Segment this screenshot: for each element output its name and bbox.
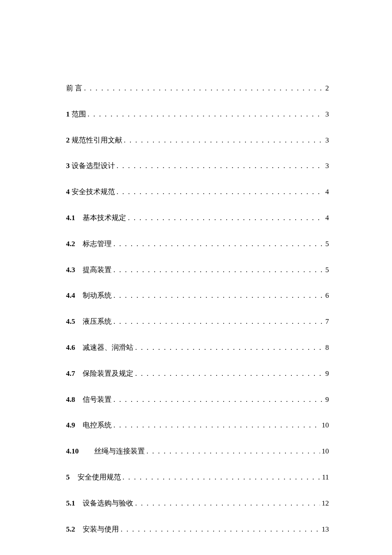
toc-entry: 4.8信号装置9 <box>66 395 329 405</box>
toc-leader-dots <box>121 524 320 535</box>
toc-entry: 1范围3 <box>66 109 329 119</box>
toc-number: 1 <box>66 110 70 118</box>
toc-title: 制动系统 <box>83 291 112 299</box>
toc-label: 4.1基本技术规定 <box>66 213 126 223</box>
toc-leader-dots <box>113 291 323 301</box>
toc-title: 电控系统 <box>83 421 112 429</box>
toc-label: 4.8信号装置 <box>66 395 112 405</box>
toc-page-number: 4 <box>326 213 329 223</box>
toc-leader-dots <box>113 420 320 430</box>
toc-page-number: 3 <box>326 135 329 145</box>
toc-leader-dots <box>84 83 323 93</box>
toc-label: 5.1设备选购与验收 <box>66 498 133 509</box>
toc-page-number: 3 <box>326 161 329 171</box>
toc-entry: 4.6减速器、润滑站8 <box>66 343 329 353</box>
toc-label: 5.2安装与使用 <box>66 524 119 535</box>
toc-leader-dots <box>124 135 324 145</box>
toc-leader-dots <box>135 369 323 379</box>
toc-entry: 5安全使用规范11 <box>66 472 329 482</box>
table-of-contents: 前 言21范围32规范性引用文献33设备选型设计34安全技术规范44.1基本技术… <box>66 83 329 550</box>
toc-page-number: 5 <box>326 265 329 275</box>
toc-number: 5.1 <box>66 499 75 507</box>
toc-title: 规范性引用文献 <box>72 136 122 144</box>
toc-page-number: 5 <box>326 239 329 249</box>
toc-title: 安全技术规范 <box>72 188 115 196</box>
toc-title: 设备选型设计 <box>72 162 115 170</box>
toc-label: 4.6减速器、润滑站 <box>66 343 133 353</box>
toc-number: 4.2 <box>66 240 75 248</box>
toc-label: 4.5液压系统 <box>66 317 112 327</box>
toc-number: 4.9 <box>66 421 75 429</box>
toc-leader-dots <box>117 161 324 171</box>
toc-title: 保险装置及规定 <box>83 369 133 378</box>
toc-title: 设备选购与验收 <box>83 499 133 507</box>
toc-label: 前 言 <box>66 83 82 93</box>
toc-title: 前 言 <box>66 84 82 92</box>
toc-page-number: 10 <box>322 420 329 430</box>
toc-title: 基本技术规定 <box>83 214 126 222</box>
toc-page-number: 11 <box>322 472 329 482</box>
toc-entry: 4.3提高装置5 <box>66 265 329 275</box>
toc-entry: 4.4制动系统6 <box>66 291 329 301</box>
toc-leader-dots <box>117 187 324 197</box>
toc-page-number: 2 <box>326 83 329 93</box>
toc-number: 4.1 <box>66 214 75 222</box>
toc-leader-dots <box>113 239 323 249</box>
toc-title: 提高装置 <box>83 266 112 274</box>
toc-leader-dots <box>128 213 323 223</box>
toc-leader-dots <box>135 498 320 509</box>
toc-entry: 4.5液压系统7 <box>66 317 329 327</box>
toc-entry: 5.1设备选购与验收12 <box>66 498 329 509</box>
toc-title: 丝绳与连接装置 <box>94 447 145 455</box>
toc-entry: 前 言2 <box>66 83 329 93</box>
toc-number: 4.6 <box>66 343 75 352</box>
toc-leader-dots <box>123 472 320 482</box>
toc-title: 标志管理 <box>83 240 112 248</box>
toc-entry: 4.9电控系统10 <box>66 420 329 430</box>
toc-number: 2 <box>66 136 70 144</box>
toc-label: 4安全技术规范 <box>66 187 115 197</box>
toc-page-number: 4 <box>326 187 329 197</box>
toc-label: 4.9电控系统 <box>66 420 112 430</box>
toc-title: 减速器、润滑站 <box>83 343 133 352</box>
toc-entry: 4.7保险装置及规定9 <box>66 369 329 379</box>
toc-entry: 2规范性引用文献3 <box>66 135 329 145</box>
toc-title: 安全使用规范 <box>78 473 121 481</box>
toc-number: 4.4 <box>66 291 75 299</box>
toc-number: 5.2 <box>66 525 75 533</box>
toc-page-number: 8 <box>326 343 329 353</box>
toc-number: 4.10 <box>66 447 79 455</box>
toc-number: 4.8 <box>66 395 75 404</box>
toc-label: 4.7保险装置及规定 <box>66 369 133 379</box>
toc-entry: 4.10丝绳与连接装置10 <box>66 446 329 456</box>
toc-title: 液压系统 <box>83 317 112 325</box>
toc-leader-dots <box>113 395 323 405</box>
toc-number: 3 <box>66 162 70 170</box>
toc-entry: 4安全技术规范4 <box>66 187 329 197</box>
toc-number: 4.3 <box>66 266 75 274</box>
toc-leader-dots <box>135 343 323 353</box>
toc-entry: 3设备选型设计3 <box>66 161 329 171</box>
toc-page-number: 9 <box>326 395 329 405</box>
toc-title: 范围 <box>72 110 86 118</box>
toc-number: 4 <box>66 188 70 196</box>
toc-title: 安装与使用 <box>83 525 119 533</box>
toc-entry: 4.2标志管理5 <box>66 239 329 249</box>
toc-label: 4.4制动系统 <box>66 291 112 301</box>
toc-page-number: 6 <box>326 291 329 301</box>
toc-page-number: 3 <box>326 109 329 119</box>
toc-page-number: 12 <box>322 498 329 509</box>
toc-leader-dots <box>113 317 323 327</box>
toc-page-number: 7 <box>326 317 329 327</box>
toc-label: 4.3提高装置 <box>66 265 112 275</box>
toc-label: 4.10丝绳与连接装置 <box>66 446 145 456</box>
toc-number: 4.5 <box>66 317 75 325</box>
toc-page-number: 9 <box>326 369 329 379</box>
toc-leader-dots <box>113 265 323 275</box>
toc-label: 2规范性引用文献 <box>66 135 122 145</box>
toc-label: 3设备选型设计 <box>66 161 115 171</box>
toc-page-number: 13 <box>322 524 329 535</box>
toc-page-number: 10 <box>322 446 329 456</box>
toc-entry: 5.2安装与使用13 <box>66 524 329 535</box>
toc-label: 4.2标志管理 <box>66 239 112 249</box>
